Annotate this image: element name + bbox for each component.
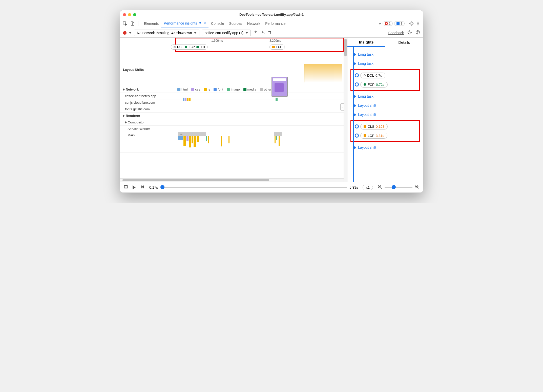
- insight-metric: CLS0.193: [353, 122, 418, 131]
- row-main[interactable]: Main ...: [120, 132, 344, 153]
- insight-link[interactable]: Layout shift: [358, 145, 376, 149]
- timeline-marker: [353, 114, 356, 116]
- play-button[interactable]: [133, 185, 136, 189]
- network-host-row[interactable]: coffee-cart.netlify.app: [120, 93, 344, 99]
- zoom-knob[interactable]: [392, 185, 396, 189]
- panel-settings-icon[interactable]: [407, 30, 412, 35]
- playback-speed[interactable]: x1: [363, 185, 373, 190]
- fcp-icon: [185, 46, 187, 48]
- minimize-window-button[interactable]: [128, 13, 131, 16]
- metric-pill[interactable]: CLS0.193: [360, 124, 388, 129]
- host-label: fonts.gstatic.com: [120, 106, 175, 112]
- svg-point-6: [418, 25, 419, 25]
- svg-point-3: [411, 23, 412, 24]
- trace-select[interactable]: coffee-cart.netlify.app (1): [202, 30, 251, 36]
- insight-event: Long task: [350, 92, 420, 101]
- zoom-in-icon[interactable]: [415, 185, 420, 190]
- time-tick: 3,200ms: [269, 39, 281, 42]
- device-toggle-icon[interactable]: [130, 21, 135, 26]
- tab-console[interactable]: Console: [208, 19, 226, 28]
- export-icon[interactable]: [253, 30, 258, 35]
- metrics-pill[interactable]: DCL FCP TTI: [171, 45, 208, 50]
- tab-insights[interactable]: Insights: [347, 38, 385, 47]
- tabbar-badges: » 1 1: [379, 21, 421, 26]
- tab-performance[interactable]: Performance: [263, 19, 288, 28]
- horizontal-scrollbar[interactable]: [120, 178, 344, 182]
- close-tab-icon[interactable]: ×: [204, 21, 206, 25]
- timeline-marker-big: [355, 124, 359, 128]
- row-compositor[interactable]: Compositor: [120, 119, 344, 126]
- kebab-menu-icon[interactable]: [415, 21, 421, 26]
- zoom-out-icon[interactable]: [378, 185, 382, 190]
- throttling-select[interactable]: No network throttling, 4× slowdown: [134, 30, 199, 36]
- insight-metric: LCP3.31s: [353, 131, 418, 140]
- playback-footer: 0.17s 5.93s x1: [120, 182, 423, 192]
- zoom-slider[interactable]: [385, 187, 412, 188]
- timeline-marker-big: [355, 82, 359, 86]
- legend-css: css: [191, 88, 200, 91]
- help-icon[interactable]: [415, 30, 420, 35]
- row-renderer[interactable]: Renderer: [120, 113, 344, 119]
- tab-network[interactable]: Network: [245, 19, 263, 28]
- timeline-marker: [353, 95, 356, 98]
- close-window-button[interactable]: [123, 13, 126, 16]
- insight-event: Layout shift: [350, 110, 420, 119]
- insight-link[interactable]: Long task: [358, 61, 373, 66]
- devtools-window: DevTools - coffee-cart.netlify.app/?ad=1…: [120, 10, 423, 193]
- error-badge[interactable]: 1: [383, 21, 393, 26]
- vertical-scrollbar[interactable]: [344, 38, 347, 182]
- expand-handle[interactable]: ›: [340, 103, 344, 111]
- tab-details[interactable]: Details: [385, 38, 423, 47]
- flame-chart[interactable]: ...: [175, 132, 344, 150]
- insight-link[interactable]: Long task: [358, 94, 373, 98]
- network-legend: htmlcssjsfontimagemediaother: [175, 86, 344, 92]
- lcp-pill[interactable]: LCP: [269, 45, 285, 50]
- slider-knob[interactable]: [160, 185, 164, 189]
- lcp-region: [304, 64, 342, 82]
- inspect-icon[interactable]: [122, 21, 128, 26]
- svg-point-4: [418, 22, 419, 23]
- insights-tabs: Insights Details: [347, 38, 423, 47]
- perf-toolbar: No network throttling, 4× slowdown coffe…: [120, 28, 423, 38]
- svg-point-9: [417, 33, 418, 33]
- messages-badge[interactable]: 1: [394, 21, 405, 26]
- row-network-header[interactable]: Network htmlcssjsfontimagemediaother: [120, 86, 344, 93]
- tab-performance-insights[interactable]: Performance insights⚗×: [161, 19, 208, 28]
- row-layout-shifts: Layout Shifts: [120, 53, 344, 86]
- network-host-row[interactable]: fonts.gstatic.com: [120, 106, 344, 113]
- record-menu-caret[interactable]: [129, 32, 132, 34]
- panel-tabbar: ElementsPerformance insights⚗×ConsoleSou…: [120, 19, 423, 28]
- throttling-label: No network throttling, 4× slowdown: [137, 31, 192, 35]
- feedback-link[interactable]: Feedback: [388, 31, 404, 35]
- insight-link[interactable]: Long task: [358, 52, 373, 56]
- metric-pill[interactable]: FCP0.72s: [360, 82, 388, 88]
- error-icon: [385, 22, 388, 25]
- dcl-icon: [174, 46, 176, 48]
- zoom-window-button[interactable]: [133, 13, 136, 16]
- time-start: 0.17s: [149, 185, 158, 189]
- import-icon[interactable]: [260, 30, 265, 35]
- metric-pill[interactable]: LCP3.31s: [360, 133, 387, 139]
- row-label: Network: [126, 88, 139, 91]
- window-title: DevTools - coffee-cart.netlify.app/?ad=1: [120, 13, 423, 16]
- insight-event: Long task: [350, 50, 420, 59]
- overflow-tabs-button[interactable]: »: [379, 21, 381, 26]
- tab-elements[interactable]: Elements: [141, 19, 161, 28]
- legend-js: js: [204, 88, 210, 91]
- insight-link[interactable]: Layout shift: [358, 103, 376, 107]
- record-button[interactable]: [123, 31, 127, 35]
- tab-sources[interactable]: Sources: [226, 19, 244, 28]
- timeline-marker-big: [355, 73, 359, 77]
- row-service-worker[interactable]: Service Worker: [120, 126, 344, 132]
- svg-point-5: [418, 23, 419, 24]
- rewind-button[interactable]: [140, 185, 145, 190]
- settings-icon[interactable]: [409, 21, 414, 26]
- metric-pill[interactable]: DCL0.7s: [360, 73, 385, 78]
- insight-link[interactable]: Layout shift: [358, 113, 376, 117]
- time-slider[interactable]: 0.17s 5.93s: [149, 185, 358, 189]
- time-tick: 1,600ms: [211, 39, 223, 42]
- delete-icon[interactable]: [267, 30, 272, 35]
- network-host-row[interactable]: cdnjs.cloudflare.com: [120, 99, 344, 106]
- experiment-icon: ⚗: [199, 21, 201, 25]
- screenshot-icon[interactable]: [123, 185, 128, 190]
